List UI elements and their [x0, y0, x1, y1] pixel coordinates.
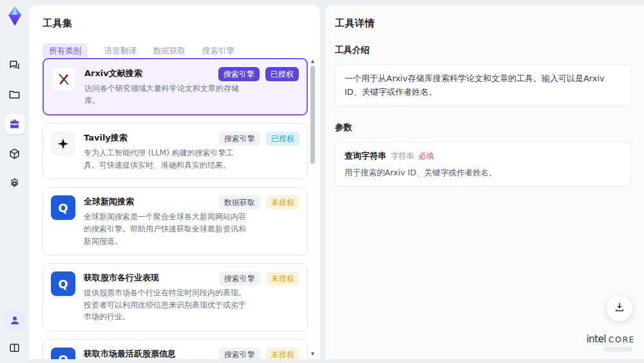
category-tab[interactable]: 语言翻译 — [104, 43, 137, 59]
tool-list-panel: 工具集 所有类别语言翻译数据获取搜索引擎 Arxiv文献搜索 访问各个研究领域大… — [29, 5, 320, 359]
intel-core-logo: intel CORE — [586, 333, 635, 351]
download-button[interactable] — [607, 295, 632, 321]
tool-icon — [51, 132, 75, 156]
param-required-flag: 必填 — [419, 151, 434, 162]
sidebar-item-tools[interactable] — [5, 113, 25, 134]
app-sidebar — [0, 0, 29, 363]
panel-layout-icon — [8, 342, 21, 354]
params-section-title: 参数 — [335, 122, 631, 133]
scroll-down-arrow-icon[interactable]: ▼ — [310, 352, 316, 357]
category-tab[interactable]: 搜索引擎 — [202, 43, 234, 59]
list-scrollbar[interactable]: ▲ ▼ — [310, 59, 316, 357]
category-badge: 搜索引擎 — [218, 67, 260, 81]
parameter-box: 查询字符串 字符串 必填 用于搜索的Arxiv ID、关键字或作者姓名。 — [335, 142, 631, 187]
sidebar-item-settings[interactable] — [5, 173, 25, 193]
tool-description: 专为人工智能代理 (LLM) 构建的搜索引擎工具。可快速提供实时、准确和真实的结… — [84, 147, 249, 171]
tool-description: 提供股票市场各个行业在特定时间段内的表现。投资者可以利用这些信息来识别表现优于或… — [84, 287, 249, 323]
chat-icon — [8, 59, 21, 71]
tool-description: 全球新闻搜索是一个聚合全球各大新闻网站内容的搜索引擎。帮助用户快速获取全球最新资… — [84, 211, 249, 247]
intro-section-title: 工具介绍 — [335, 44, 631, 56]
tool-description: 访问各个研究领域大量科学论文和文章的存储库。 — [84, 83, 249, 106]
category-badge: 数据获取 — [219, 195, 260, 210]
core-wordmark: CORE — [609, 335, 635, 344]
page-title: 工具集 — [29, 5, 320, 30]
param-name: 查询字符串 — [345, 150, 386, 162]
tool-card[interactable]: Arxiv文献搜索 访问各个研究领域大量科学论文和文章的存储库。 搜索引擎 已授… — [43, 58, 308, 115]
gear-icon — [8, 177, 21, 190]
auth-status-badge: 已授权 — [266, 132, 299, 146]
tool-card[interactable]: Q 获取股市各行业表现 提供股票市场各个行业在特定时间段内的表现。投资者可以利用… — [43, 263, 308, 331]
sidebar-item-packages[interactable] — [5, 143, 25, 164]
auth-status-badge: 未授权 — [266, 271, 299, 286]
download-icon — [614, 301, 625, 315]
auth-status-badge: 未授权 — [266, 195, 299, 210]
person-icon — [9, 315, 21, 326]
auth-status-badge: 未授权 — [266, 348, 299, 359]
tool-card-list: Arxiv文献搜索 访问各个研究领域大量科学论文和文章的存储库。 搜索引擎 已授… — [43, 58, 308, 359]
tool-card[interactable]: Tavily搜索 专为人工智能代理 (LLM) 构建的搜索引擎工具。可快速提供实… — [43, 123, 308, 179]
category-badge: 搜索引擎 — [219, 132, 260, 146]
briefcase-icon — [8, 118, 21, 130]
folder-icon — [8, 88, 21, 101]
app-logo-icon — [4, 5, 26, 27]
sidebar-item-chat[interactable] — [5, 54, 25, 75]
category-tab[interactable]: 数据获取 — [153, 43, 185, 59]
detail-title: 工具详情 — [335, 17, 631, 30]
sidebar-item-panels[interactable] — [5, 337, 25, 358]
sidebar-item-profile[interactable] — [5, 310, 25, 331]
param-type: 字符串 — [391, 151, 414, 162]
category-badge: 搜索引擎 — [219, 348, 260, 359]
scroll-up-arrow-icon[interactable]: ▲ — [310, 59, 316, 64]
tool-card[interactable]: Q 全球新闻搜索 全球新闻搜索是一个聚合全球各大新闻网站内容的搜索引擎。帮助用户… — [43, 187, 308, 255]
tool-icon: Q — [51, 195, 75, 220]
tool-icon: Q — [51, 348, 75, 359]
param-description: 用于搜索的Arxiv ID、关键字或作者姓名。 — [345, 168, 621, 179]
cube-icon — [8, 148, 21, 160]
category-tabs: 所有类别语言翻译数据获取搜索引擎 — [29, 30, 320, 59]
tool-icon: Q — [51, 271, 75, 296]
scrollbar-thumb[interactable] — [310, 66, 315, 164]
intel-sub-badge — [604, 347, 632, 351]
tool-detail-panel: 工具详情 工具介绍 一个用于从Arxiv存储库搜索科学论文和文章的工具。输入可以… — [325, 5, 644, 359]
auth-status-badge: 已授权 — [265, 67, 299, 81]
tool-icon — [52, 67, 76, 92]
tool-intro-box: 一个用于从Arxiv存储库搜索科学论文和文章的工具。输入可以是Arxiv ID、… — [335, 64, 631, 107]
category-badge: 搜索引擎 — [219, 271, 260, 286]
intel-wordmark: intel — [586, 333, 605, 345]
category-tab[interactable]: 所有类别 — [43, 43, 88, 59]
tool-card[interactable]: Q 获取市场最活跃股票信息 提供当天交易量最高的股票列表，投资者可以利用这些信息… — [43, 339, 308, 359]
sidebar-item-files[interactable] — [5, 84, 25, 104]
